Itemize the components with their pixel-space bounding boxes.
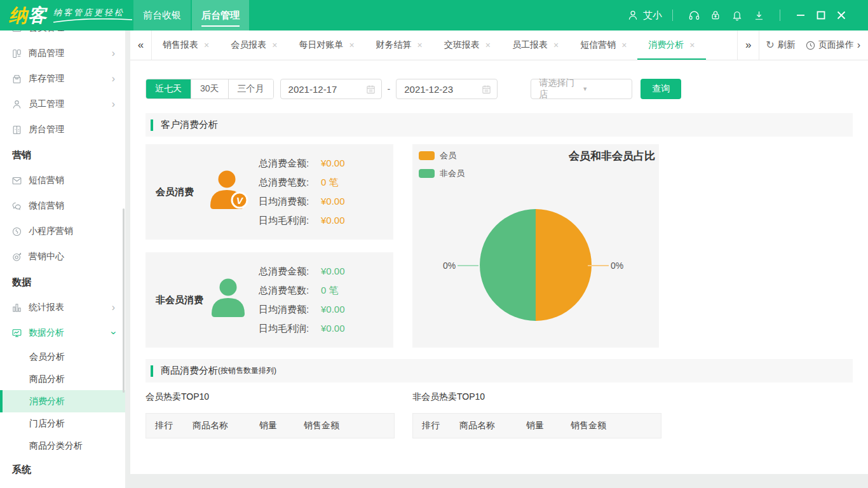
- store-select[interactable]: 请选择门店 ▼: [531, 79, 632, 99]
- sidebar-item-wechat-marketing[interactable]: 微信营销: [0, 193, 125, 219]
- sidebar-item-label: 短信营销: [29, 175, 125, 186]
- section-title: 客户消费分析: [161, 119, 218, 131]
- start-date-input[interactable]: 2021-12-17: [280, 79, 382, 99]
- table-header-row: 排行 商品名称 销量 销售金额: [412, 413, 661, 438]
- sidebar-item-room-mgmt[interactable]: 房台管理: [0, 117, 125, 142]
- download-icon[interactable]: [748, 6, 770, 25]
- nonmember-top10-table: 非会员热卖TOP10 排行 商品名称 销量 销售金额: [412, 391, 661, 438]
- pie-chart[interactable]: [480, 209, 592, 321]
- stat-value: ¥0.00: [321, 214, 345, 227]
- start-date-value: 2021-12-17: [288, 84, 366, 95]
- tab-close-icon[interactable]: ×: [689, 40, 695, 50]
- tab-label: 交班报表: [444, 39, 480, 51]
- sidebar-item-staff-mgmt[interactable]: 员工管理 ›: [0, 92, 125, 117]
- refresh-icon: ↻: [766, 40, 774, 50]
- sidebar-subitem-category-analysis[interactable]: 商品分类分析: [0, 435, 125, 457]
- customer-analysis-row: 会员消费 V 总消费金额:¥0.00 总消费笔数:0 笔 日均消费额:¥0.00: [146, 144, 853, 348]
- consumption-cards: 会员消费 V 总消费金额:¥0.00 总消费笔数:0 笔 日均消费额:¥0.00: [146, 144, 393, 348]
- range-30days-button[interactable]: 30天: [191, 79, 229, 98]
- window-minimize-button[interactable]: [790, 6, 811, 25]
- tab-close-icon[interactable]: ×: [485, 40, 491, 50]
- sidebar-item-marketing-center[interactable]: 营销中心: [0, 244, 125, 269]
- sidebar-subitem-goods-analysis[interactable]: 商品分析: [0, 368, 125, 390]
- legend-swatch-member: [419, 151, 435, 160]
- tab-close-icon[interactable]: ×: [204, 40, 209, 50]
- section-label-data: 数据: [0, 269, 125, 295]
- goods-icon: [11, 48, 23, 59]
- sidebar-subitem-member-analysis[interactable]: 会员分析: [0, 346, 125, 368]
- support-headset-icon[interactable]: [683, 6, 705, 25]
- query-button[interactable]: 查询: [641, 79, 681, 99]
- sidebar-item-member-mgmt[interactable]: 会员管理 ›: [0, 30, 125, 41]
- sidebar-item-goods-mgmt[interactable]: 商品管理 ›: [0, 41, 125, 66]
- sidebar-item-label: 库存管理: [29, 73, 112, 85]
- stat-value: ¥0.00: [321, 156, 345, 170]
- section-customer-analysis: 客户消费分析: [146, 113, 853, 137]
- sidebar-item-label: 微信营销: [29, 200, 125, 212]
- stat-row: 日均毛利润:¥0.00: [259, 214, 345, 227]
- stat-row: 总消费金额:¥0.00: [259, 264, 345, 278]
- chevron-down-icon: ›: [108, 331, 118, 334]
- pie-leader-line: [458, 265, 478, 266]
- sidebar-item-inventory-mgmt[interactable]: 库存管理 ›: [0, 66, 125, 92]
- legend-label: 会员: [440, 150, 456, 161]
- pie-leader-line: [588, 265, 609, 266]
- sidebar-item-data-analysis[interactable]: 数据分析 ›: [0, 320, 125, 346]
- tab-close-icon[interactable]: ×: [621, 40, 627, 50]
- range-last7days-button[interactable]: 近七天: [146, 79, 191, 98]
- pie-percent-label: 0%: [611, 261, 623, 271]
- sidebar-subitem-store-analysis[interactable]: 门店分析: [0, 412, 125, 435]
- user-menu[interactable]: 艾小: [627, 10, 662, 22]
- tab-label: 每日对账单: [299, 39, 343, 51]
- monitor-analysis-icon: [11, 327, 23, 339]
- stat-row: 总消费金额:¥0.00: [259, 156, 345, 170]
- tab-member-report[interactable]: 会员报表×: [220, 30, 288, 60]
- tab-label: 消费分析: [648, 39, 684, 51]
- tab-sms-marketing[interactable]: 短信营销×: [569, 30, 637, 60]
- sidebar-item-stats-report[interactable]: 统计报表 ›: [0, 295, 125, 320]
- range-3months-button[interactable]: 三个月: [229, 79, 273, 98]
- sidebar: 会员管理 › 商品管理 › 库存管理 › 员工管理 › 房台管理 营销 短信营销: [0, 30, 125, 488]
- refresh-button[interactable]: ↻ 刷新: [766, 39, 795, 51]
- subitem-label: 门店分析: [29, 418, 65, 430]
- staff-person-icon: [11, 98, 23, 110]
- tabs-scroll-left-button[interactable]: «: [130, 30, 152, 60]
- legend-swatch-nonmember: [419, 169, 435, 178]
- tab-label: 短信营销: [580, 39, 616, 51]
- tab-close-icon[interactable]: ×: [349, 40, 354, 50]
- sidebar-subitem-consumption-analysis[interactable]: 消费分析: [0, 390, 125, 412]
- lock-icon[interactable]: [705, 6, 726, 25]
- tab-close-icon[interactable]: ×: [417, 40, 423, 50]
- chevron-right-icon: ›: [112, 302, 115, 313]
- tab-close-icon[interactable]: ×: [272, 40, 277, 50]
- page-operations-button[interactable]: 页面操作 ›: [806, 39, 860, 51]
- sidebar-item-sms-marketing[interactable]: 短信营销: [0, 168, 125, 193]
- tab-finance-settlement[interactable]: 财务结算×: [365, 30, 433, 60]
- stat-value: ¥0.00: [321, 322, 345, 336]
- chevron-right-icon: ›: [112, 30, 115, 33]
- member-stat-rows: 总消费金额:¥0.00 总消费笔数:0 笔 日均消费额:¥0.00 日均毛利润:…: [259, 156, 345, 227]
- tab-shift-report[interactable]: 交班报表×: [433, 30, 501, 60]
- tab-sales-report[interactable]: 销售报表×: [152, 30, 220, 60]
- end-date-value: 2021-12-23: [404, 84, 482, 95]
- window-maximize-button[interactable]: [811, 6, 831, 25]
- tab-consumption-analysis[interactable]: 消费分析×: [637, 30, 705, 60]
- sidebar-scrollbar[interactable]: [123, 208, 125, 393]
- bar-chart-icon: [11, 302, 23, 313]
- tab-staff-report[interactable]: 员工报表×: [501, 30, 569, 60]
- nav-back-admin[interactable]: 后台管理: [192, 0, 249, 30]
- tab-close-icon[interactable]: ×: [553, 40, 559, 50]
- tab-daily-statement[interactable]: 每日对账单×: [288, 30, 365, 60]
- notification-bell-icon[interactable]: [726, 6, 748, 25]
- window-close-button[interactable]: [831, 6, 851, 25]
- nav-front-cashier[interactable]: 前台收银: [133, 0, 191, 30]
- logo-text: 纳客: [9, 6, 47, 25]
- logo-char-1: 纳: [9, 5, 28, 25]
- tabs-scroll-right-button[interactable]: »: [737, 30, 759, 60]
- stat-value: ¥0.00: [321, 264, 345, 278]
- end-date-input[interactable]: 2021-12-23: [396, 79, 498, 99]
- legend-item-member[interactable]: 会员: [419, 150, 465, 161]
- sidebar-item-miniprogram-marketing[interactable]: 小程序营销: [0, 219, 125, 244]
- nav-front-label: 前台收银: [143, 10, 181, 22]
- legend-item-nonmember[interactable]: 非会员: [419, 168, 465, 179]
